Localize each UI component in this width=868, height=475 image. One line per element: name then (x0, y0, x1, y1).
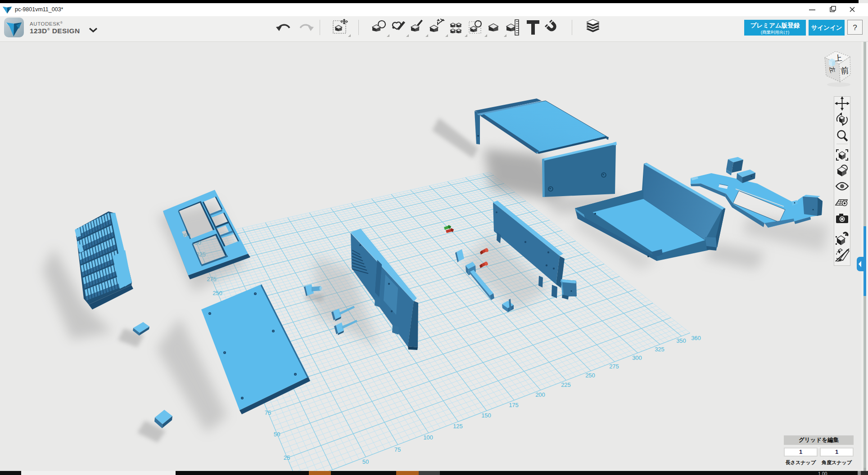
svg-text:225: 225 (561, 381, 571, 388)
svg-text:前: 前 (840, 66, 850, 76)
svg-text:50: 50 (362, 458, 369, 465)
svg-text:175: 175 (509, 402, 519, 408)
svg-text:360: 360 (691, 335, 701, 341)
svg-text:150: 150 (481, 412, 491, 419)
svg-text:350: 350 (676, 337, 686, 344)
svg-text:250: 250 (585, 372, 595, 379)
svg-text:275: 275 (609, 363, 619, 370)
svg-text:200: 200 (535, 391, 545, 398)
svg-text:250: 250 (212, 290, 222, 296)
svg-text:125: 125 (453, 423, 463, 430)
svg-text:75: 75 (265, 409, 271, 416)
svg-text:50: 50 (274, 431, 280, 438)
svg-text:上: 上 (834, 54, 842, 63)
svg-text:300: 300 (632, 354, 642, 361)
svg-text:100: 100 (423, 434, 433, 441)
svg-text:25: 25 (284, 454, 290, 461)
svg-text:75: 75 (394, 446, 401, 453)
svg-text:325: 325 (655, 346, 665, 353)
